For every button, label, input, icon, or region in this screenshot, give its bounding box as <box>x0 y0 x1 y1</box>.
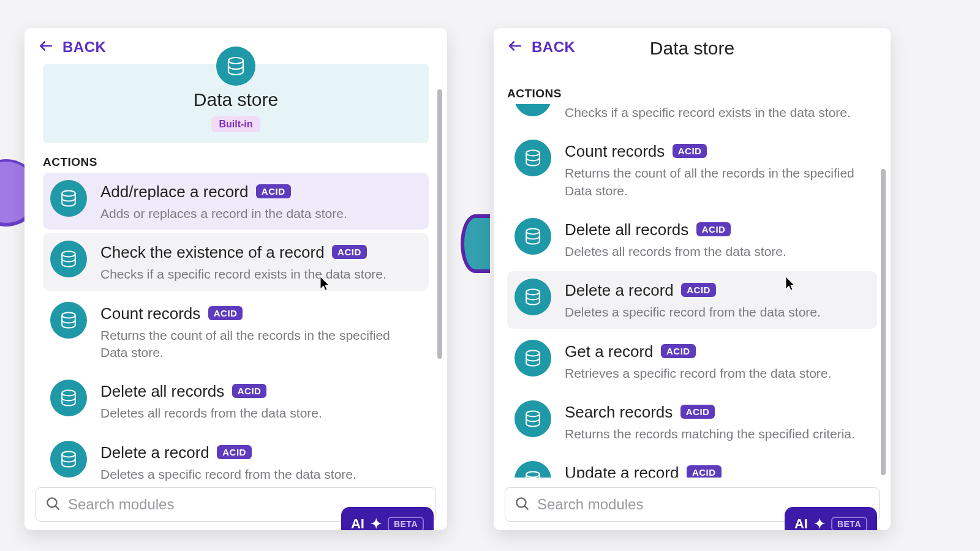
action-list: Add/replace a record ACID Adds or replac… <box>24 173 447 482</box>
action-desc: Returns the count of all the records in … <box>565 165 867 200</box>
svg-point-15 <box>526 472 540 478</box>
datastore-icon <box>50 302 87 339</box>
svg-point-13 <box>526 350 540 356</box>
action-item[interactable]: Delete a record ACID Deletes a specific … <box>507 271 877 328</box>
back-label: BACK <box>62 39 106 56</box>
svg-point-12 <box>526 290 540 295</box>
back-label: BACK <box>532 39 575 56</box>
sparkle-icon: ✦ <box>814 516 825 530</box>
action-desc: Deletes all records from the data store. <box>565 243 867 260</box>
action-item[interactable]: Delete all records ACID Deletes all reco… <box>507 211 877 268</box>
arrow-left-icon <box>507 38 523 56</box>
svg-point-11 <box>526 228 540 234</box>
acid-badge: ACID <box>256 184 291 198</box>
action-desc: Returns the count of all the records in … <box>100 327 419 362</box>
action-item[interactable]: Count records ACID Returns the count of … <box>43 294 429 369</box>
action-item[interactable]: Add/replace a record ACID Adds or replac… <box>43 173 429 230</box>
action-desc: Retrieves a specific record from the dat… <box>565 365 867 382</box>
action-name: Delete all records <box>565 220 688 239</box>
datastore-icon <box>514 218 551 255</box>
acid-badge: ACID <box>217 445 252 459</box>
action-item[interactable]: Search records ACID Returns the records … <box>507 393 877 450</box>
section-label-actions: ACTIONS <box>494 83 891 104</box>
action-item[interactable]: Delete a record ACID Deletes a specific … <box>43 433 429 482</box>
svg-point-14 <box>526 411 540 416</box>
svg-point-2 <box>62 190 75 196</box>
ai-label: AI <box>351 516 364 530</box>
action-desc: Deletes all records from the data store. <box>100 405 419 422</box>
svg-point-6 <box>62 451 75 457</box>
datastore-icon <box>514 340 551 377</box>
action-name: Delete a record <box>100 443 209 462</box>
action-name: Count records <box>565 142 665 160</box>
action-item[interactable]: Count records ACID Returns the count of … <box>507 132 877 207</box>
datastore-icon <box>50 180 87 217</box>
acid-badge: ACID <box>696 222 731 236</box>
action-name: Check the existence of a record <box>100 243 325 261</box>
datastore-icon <box>514 104 551 116</box>
action-name: Update a record <box>565 463 679 478</box>
action-name: Get a record <box>565 342 654 361</box>
datastore-icon <box>50 241 87 277</box>
action-name: Delete a record <box>565 281 674 299</box>
acid-badge: ACID <box>332 245 367 259</box>
action-item[interactable]: Checks if a specific record exists in th… <box>507 104 877 129</box>
action-name: Add/replace a record <box>100 182 248 201</box>
datastore-icon <box>50 380 87 416</box>
arrow-left-icon <box>38 38 54 56</box>
acid-badge: ACID <box>673 144 707 158</box>
action-desc: Adds or replaces a record in the data st… <box>100 205 419 222</box>
action-item[interactable]: Delete all records ACID Deletes all reco… <box>43 372 429 429</box>
module-picker-panel-left: BACK Data store Built-in ACTIONS Add/rep… <box>24 28 447 530</box>
datastore-icon <box>216 47 255 86</box>
search-icon <box>45 495 61 514</box>
module-title: Data store <box>53 89 419 110</box>
acid-badge: ACID <box>681 283 716 297</box>
acid-badge: ACID <box>661 344 696 358</box>
action-name: Search records <box>565 403 673 421</box>
acid-badge: ACID <box>687 465 722 478</box>
datastore-icon <box>514 279 551 315</box>
svg-line-17 <box>524 506 527 509</box>
datastore-icon <box>514 400 551 437</box>
action-desc: Deletes a specific record from the data … <box>100 466 419 482</box>
beta-badge: BETA <box>388 517 424 530</box>
action-item[interactable]: Get a record ACID Retrieves a specific r… <box>507 332 877 389</box>
action-item[interactable]: Check the existence of a record ACID Che… <box>43 233 429 290</box>
datastore-icon <box>50 441 87 478</box>
ai-label: AI <box>794 516 808 530</box>
datastore-icon <box>514 461 551 478</box>
scrollbar[interactable] <box>437 89 442 359</box>
svg-point-4 <box>62 312 75 318</box>
action-desc: Returns the records matching the specifi… <box>565 425 867 443</box>
action-item[interactable]: Update a record ACID Updates a record in… <box>507 454 877 478</box>
svg-point-1 <box>228 58 243 64</box>
action-name: Delete all records <box>100 382 224 400</box>
acid-badge: ACID <box>208 306 243 320</box>
datastore-icon <box>514 140 551 176</box>
section-label-actions: ACTIONS <box>24 152 447 173</box>
module-picker-panel-right: BACK Data store ACTIONS Checks if a spec… <box>494 28 891 530</box>
sparkle-icon: ✦ <box>371 516 382 530</box>
scrollbar[interactable] <box>881 169 886 475</box>
acid-badge: ACID <box>232 384 267 398</box>
builtin-badge: Built-in <box>211 116 260 132</box>
action-list: Checks if a specific record exists in th… <box>494 104 891 478</box>
ai-button[interactable]: AI ✦ BETA <box>785 507 877 530</box>
action-desc: Deletes a specific record from the data … <box>565 304 867 321</box>
back-button[interactable]: BACK <box>494 28 891 59</box>
search-icon <box>514 495 530 514</box>
svg-point-3 <box>62 252 75 257</box>
beta-badge: BETA <box>831 517 867 530</box>
svg-point-10 <box>526 151 540 156</box>
action-desc: Checks if a specific record exists in th… <box>565 104 867 121</box>
canvas-node-edge <box>461 214 490 273</box>
svg-point-5 <box>62 391 75 396</box>
module-hero: Data store Built-in <box>43 64 429 143</box>
action-name: Count records <box>100 304 200 323</box>
acid-badge: ACID <box>680 405 715 419</box>
ai-button[interactable]: AI ✦ BETA <box>341 507 434 530</box>
action-desc: Checks if a specific record exists in th… <box>100 266 419 283</box>
svg-line-8 <box>55 506 58 509</box>
